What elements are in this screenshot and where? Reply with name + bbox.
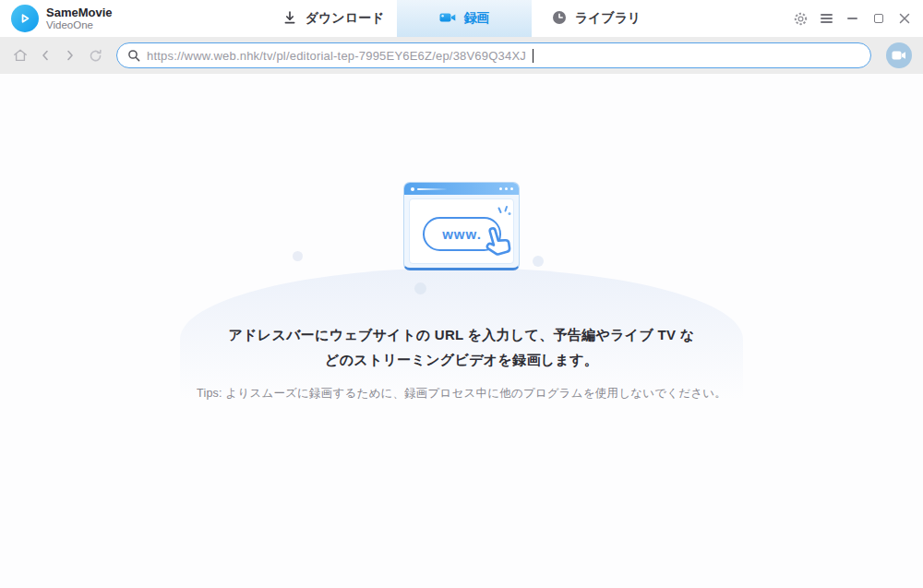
url-value[interactable]: https://www.web.nhk/tv/pl/editorial-tep-…	[147, 49, 526, 63]
window-controls	[793, 11, 923, 27]
url-input[interactable]: https://www.web.nhk/tv/pl/editorial-tep-…	[116, 42, 871, 68]
titlebar-dot	[411, 187, 414, 191]
download-icon	[282, 10, 297, 28]
maximize-icon[interactable]	[870, 11, 886, 27]
home-icon[interactable]	[11, 46, 30, 65]
instruction-text: アドレスバーにウェブサイトの URL を入力して、予告編やライブ TV な どの…	[0, 322, 923, 372]
hamburger-icon[interactable]	[819, 11, 834, 27]
illustration-titlebar	[404, 183, 519, 195]
close-icon[interactable]	[896, 11, 912, 27]
decoration-dot	[293, 251, 303, 261]
record-empty-state: www. アドレスバーにウェブサイトの URL を入力して、予告編やライブ TV…	[0, 74, 923, 588]
browser-window-illustration: www.	[403, 182, 520, 270]
app-title: SameMovie VideoOne	[46, 6, 113, 31]
decoration-dot	[533, 256, 544, 267]
app-product: VideoOne	[46, 19, 113, 31]
decoration-dot	[414, 282, 426, 294]
main-tabs: ダウンロード 録画 ライブラ	[270, 0, 661, 37]
tab-record-label: 録画	[464, 10, 490, 27]
titlebar-line	[417, 188, 447, 190]
title-bar: SameMovie VideoOne ダウンロード	[0, 0, 923, 37]
instruction-line-2: どのストリーミングビデオを録画します。	[0, 347, 923, 372]
search-icon	[127, 49, 140, 62]
tab-library-label: ライブラリ	[575, 10, 641, 27]
instruction-line-1: アドレスバーにウェブサイトの URL を入力して、予告編やライブ TV な	[0, 322, 923, 347]
video-camera-icon	[439, 11, 456, 27]
app-logo: SameMovie VideoOne	[0, 5, 113, 32]
refresh-icon[interactable]	[86, 46, 104, 65]
tab-download[interactable]: ダウンロード	[270, 0, 397, 37]
app-name: SameMovie	[46, 6, 113, 19]
tab-download-label: ダウンロード	[306, 10, 385, 27]
tab-record[interactable]: 録画	[397, 0, 532, 37]
text-caret	[533, 49, 534, 63]
chevron-left-icon[interactable]	[36, 46, 54, 65]
titlebar-menu-dots	[499, 187, 513, 190]
chevron-right-icon[interactable]	[61, 46, 79, 65]
tab-library[interactable]: ライブラリ	[532, 0, 661, 37]
hand-pointer-icon	[480, 222, 519, 263]
play-icon	[11, 5, 39, 32]
gear-icon[interactable]	[793, 11, 809, 27]
minimize-icon[interactable]	[845, 11, 860, 27]
address-toolbar: https://www.web.nhk/tv/pl/editorial-tep-…	[0, 37, 923, 74]
clock-icon	[552, 10, 567, 28]
record-video-button[interactable]	[886, 42, 912, 68]
tips-text: Tips: よりスムーズに録画するために、録画プロセス中に他のプログラムを使用し…	[0, 386, 923, 402]
